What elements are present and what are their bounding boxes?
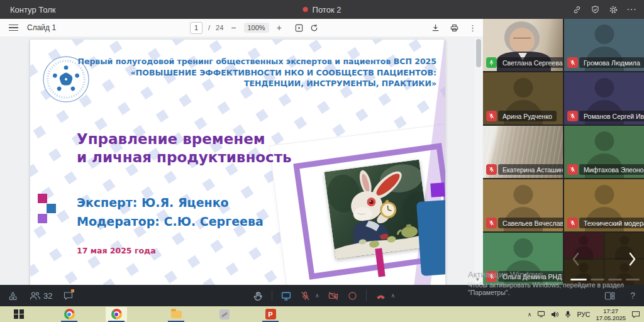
decor-square-blue-large [416,199,445,276]
next-page-icon[interactable] [625,249,639,269]
participant-name: Романов Сергей Ивано... [579,111,644,121]
participants-count: 32 [43,291,52,301]
screen: Контур Толк Поток 2 [0,0,644,322]
copy-link-icon[interactable] [572,4,582,14]
viewer-scrollbar[interactable]: ▾ [475,38,482,284]
mic-muted-icon [567,164,578,175]
participant-tile[interactable]: Екатерина Асташина [483,126,563,178]
hang-up-button[interactable] [375,291,387,301]
zoom-level[interactable]: 100% [244,23,269,33]
participants-button[interactable]: 32 [29,291,52,301]
chat-notification-dot [71,289,74,292]
taskbar-powerpoint-icon[interactable]: P [264,308,277,320]
grid-pagination [570,279,640,280]
pagination-segment-active[interactable] [570,279,587,280]
document-viewer-toolbar: Слайд 1 1 / 24 − 100% + [0,19,483,37]
participant-name: Мифтахова Элеонора Т... [579,164,644,175]
stream-indicator: Поток 2 [303,0,341,19]
slide-header-line1: Первый полугодовой тренинг общественных … [77,56,436,67]
print-icon[interactable] [450,23,459,33]
page-separator: / [208,24,210,31]
security-shield-icon[interactable] [590,4,600,14]
pagination-segment[interactable] [608,279,622,280]
screen-share-button[interactable] [280,291,292,301]
white-rabbit-photo [325,160,431,260]
microphone-options-chevron[interactable]: ∧ [315,292,319,299]
taskbar-browser-icon[interactable] [62,308,76,320]
decor-square-purple-small [430,182,445,197]
previous-page-icon[interactable] [569,249,583,269]
stream-label: Поток 2 [313,5,341,14]
participant-tile[interactable]: Светлана Сергеева [483,19,563,71]
tray-date: 17.05.2025 [596,314,626,321]
windows-activation-watermark-hint: Чтобы активировать Windows, перейдите в … [468,281,644,296]
participants-grid: Светлана Сергеева Громова Людмила [483,19,644,285]
mic-muted-icon [486,164,497,175]
scrollbar-thumb[interactable] [476,39,481,67]
zoom-out-button[interactable]: − [229,23,238,33]
chat-button[interactable] [63,291,74,301]
clock[interactable]: 17:27 17.05.2025 [596,308,626,321]
app-title: Контур Толк [10,5,55,14]
slides-menu-icon[interactable] [9,25,18,31]
settings-gear-icon[interactable] [608,4,618,14]
download-icon[interactable] [431,23,440,33]
participant-tile[interactable]: Арина Рудченко [483,72,563,125]
action-center-icon[interactable] [631,311,640,318]
slide-date: 17 мая 2025 года [77,246,156,255]
participant-tile[interactable]: Мифтахова Элеонора Т... [564,126,644,178]
tray-microphone-icon[interactable] [565,311,571,318]
camera-muted-button[interactable] [328,291,339,301]
slide-header: Первый полугодовой тренинг общественных … [77,56,436,89]
slide-viewer: Первый полугодовой тренинг общественных … [0,36,483,285]
participant-name: Громова Людмила [579,57,644,68]
mic-on-icon [486,57,497,68]
rotate-icon[interactable] [309,23,319,33]
participant-name: Светлана Сергеева [498,57,563,68]
pagination-segment[interactable] [591,279,604,280]
mic-muted-icon [486,111,497,121]
network-icon[interactable] [537,311,545,318]
taskbar-paint-icon[interactable] [218,308,231,320]
language-indicator[interactable]: РУС [577,311,590,318]
more-participants-tile[interactable] [564,233,644,285]
raise-hand-button[interactable] [253,291,264,301]
participant-tile[interactable]: Технический модератор [564,179,644,231]
participant-tile[interactable]: Романов Сергей Ивано... [564,72,644,125]
slide-expert: Эксперт: Ю.Я. Яценко [77,193,264,212]
decor-square-blue [47,204,56,213]
pagination-segment[interactable] [626,279,640,280]
page-total: 24 [216,24,223,31]
windows-logo-icon [14,309,24,319]
participant-name: Савельев Вячеслав Спб [498,218,563,228]
microphone-muted-button[interactable] [300,291,311,301]
decor-square-purple [38,214,47,223]
page-number-input[interactable]: 1 [190,22,203,34]
windows-activation-watermark: Активация Windows [468,270,543,279]
volume-icon[interactable] [551,311,559,318]
slide-page: Первый полугодовой тренинг общественных … [30,40,445,285]
slide-title: Управление временем и личная продуктивно… [77,130,292,167]
slide-moderator: Модератор: С.Ю. Сергеева [77,212,264,231]
start-button[interactable] [12,308,26,320]
fit-page-icon[interactable] [294,23,304,33]
record-button[interactable] [347,291,358,301]
hang-up-options-chevron[interactable]: ∧ [391,292,396,299]
powerpoint-logo-icon: P [265,309,276,319]
mic-muted-icon [567,57,578,68]
participant-tile[interactable]: Громова Людмила [564,19,644,71]
mic-muted-icon [567,111,578,121]
decor-square-magenta [38,194,47,203]
taskbar-browser-profile-icon[interactable] [109,308,123,320]
participant-name: Технический модератор [579,218,644,228]
slide-label: Слайд 1 [27,23,56,32]
tray-time: 17:27 [596,308,626,314]
viewer-more-icon[interactable]: ⋮ [469,23,477,33]
tray-expand-icon[interactable]: ∧ [528,311,532,318]
slide-header-line3: ТЕНДЕНЦИИ, ИНСТРУМЕНТЫ, ПРАКТИКИ» [77,78,436,89]
participant-tile[interactable]: Савельев Вячеслав Спб [483,179,563,231]
whiteboard-shapes-icon[interactable] [8,291,18,301]
more-options-icon[interactable]: ··· [626,4,636,14]
taskbar-file-explorer-icon[interactable] [169,308,183,320]
zoom-in-button[interactable]: + [275,23,284,33]
